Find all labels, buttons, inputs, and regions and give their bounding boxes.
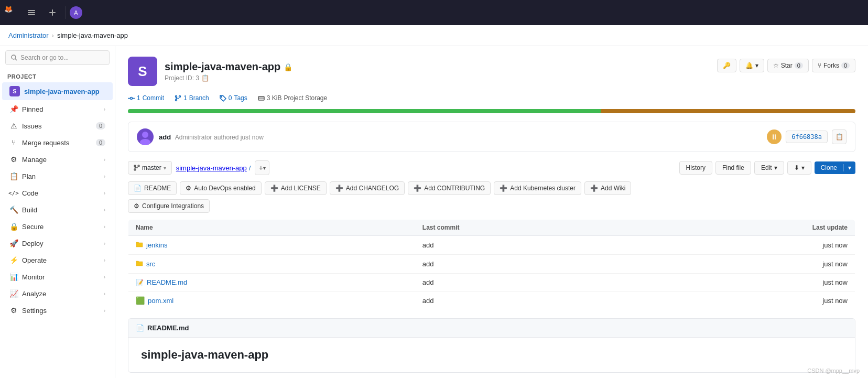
file-readme-link[interactable]: 📝 README.md xyxy=(136,278,408,286)
sidebar-section-label: Project xyxy=(0,69,115,82)
add-kubernetes-button[interactable]: ➕ Add Kubernetes cluster xyxy=(494,181,581,195)
notification-button[interactable]: 🔔 ▾ xyxy=(740,59,764,72)
visibility-icon: 🔒 xyxy=(284,63,292,71)
storage-size: 3 KiB xyxy=(267,94,282,102)
operate-chevron: › xyxy=(104,257,105,263)
new-tab-button[interactable] xyxy=(44,4,61,21)
file-pom-link[interactable]: 🟩 pom.xml xyxy=(136,296,408,305)
secure-icon: 🔒 xyxy=(9,222,18,231)
add-file-button[interactable]: + ▾ xyxy=(255,160,269,175)
sidebar-item-manage[interactable]: ⚙ Manage › xyxy=(2,152,113,167)
add-changelog-button[interactable]: ➕ Add CHANGELOG xyxy=(330,181,405,195)
branch-selector[interactable]: master ▾ xyxy=(128,161,172,175)
sidebar-build-label: Build xyxy=(22,206,100,214)
sidebar-item-settings[interactable]: ⚙ Settings › xyxy=(2,303,113,318)
add-wiki-button[interactable]: ➕ Add Wiki xyxy=(584,181,631,195)
clone-chevron: ▾ xyxy=(843,164,855,171)
sidebar-item-project[interactable]: S simple-java-maven-app xyxy=(2,82,113,100)
add-contributing-label: Add CONTRIBUTING xyxy=(424,185,485,192)
svg-point-20 xyxy=(138,165,139,167)
download-button[interactable]: ⬇ ▾ xyxy=(787,161,811,175)
sidebar-deploy-label: Deploy xyxy=(22,240,100,247)
project-header: S simple-java-maven-app 🔒 Project ID: 3 … xyxy=(128,57,855,86)
sidebar-item-pinned[interactable]: 📌 Pinned › xyxy=(2,101,113,117)
project-header-left: S simple-java-maven-app 🔒 Project ID: 3 … xyxy=(128,57,292,86)
configure-integrations-label: Configure Integrations xyxy=(142,202,204,210)
edit-button[interactable]: Edit ▾ xyxy=(754,161,784,175)
readme-title: simple-java-maven-app xyxy=(141,348,842,362)
user-avatar[interactable]: A xyxy=(70,6,82,19)
project-header-right: 🔑 🔔 ▾ ☆ Star 0 ⑂ Forks 0 xyxy=(717,59,855,72)
sidebar-item-code[interactable]: </> Code › xyxy=(2,185,113,201)
history-button[interactable]: History xyxy=(679,161,712,175)
manage-chevron: › xyxy=(104,157,105,163)
clone-button[interactable]: Clone ▾ xyxy=(815,161,855,174)
project-info: simple-java-maven-app 🔒 Project ID: 3 📋 xyxy=(165,61,292,82)
readme-content: simple-java-maven-app xyxy=(128,338,855,372)
download-chevron: ▾ xyxy=(801,164,805,171)
code-chevron: › xyxy=(104,190,105,196)
action-buttons-row-2: ⚙ Configure Integrations xyxy=(128,199,855,213)
col-header-name: Name xyxy=(128,220,415,236)
commits-stat[interactable]: 1 Commit xyxy=(128,94,164,102)
add-changelog-icon: ➕ xyxy=(335,185,343,192)
main-layout: Search or go to... Project S simple-java… xyxy=(0,46,868,378)
sidebar-item-merge-requests[interactable]: ⑂ Merge requests 0 xyxy=(2,135,113,150)
add-contributing-button[interactable]: ➕ Add CONTRIBUTING xyxy=(408,181,491,195)
commit-info: add Administrator authored just now xyxy=(159,133,264,141)
copy-project-id-icon[interactable]: 📋 xyxy=(201,74,209,82)
commit-pipeline-status[interactable]: ⏸ xyxy=(767,129,782,144)
sidebar-item-operate[interactable]: ⚡ Operate › xyxy=(2,252,113,268)
branches-stat[interactable]: 1 Branch xyxy=(175,94,209,102)
commit-author: Administrator xyxy=(175,134,212,141)
star-button[interactable]: ☆ Star 0 xyxy=(767,59,809,72)
file-jenkins-name: jenkins xyxy=(146,241,167,249)
sidebar-item-analyze[interactable]: 📈 Analyze › xyxy=(2,286,113,301)
readme-button[interactable]: 📄 README xyxy=(128,181,177,195)
file-jenkins-link[interactable]: jenkins xyxy=(136,241,408,250)
add-wiki-label: Add Wiki xyxy=(601,185,625,192)
sidebar-plan-label: Plan xyxy=(22,172,100,180)
add-license-button[interactable]: ➕ Add LICENSE xyxy=(265,181,327,195)
tags-stat[interactable]: 0 Tags xyxy=(220,94,247,102)
auto-devops-label: Auto DevOps enabled xyxy=(194,185,255,192)
file-jenkins-commit: add xyxy=(415,236,638,255)
commit-hash-button[interactable]: 6f66838a xyxy=(786,131,828,143)
svg-rect-1 xyxy=(28,12,35,13)
action-buttons-row: 📄 README ⚙ Auto DevOps enabled ➕ Add LIC… xyxy=(128,181,855,195)
copy-commit-hash-button[interactable]: 📋 xyxy=(832,129,847,144)
sidebar-item-issues[interactable]: ⚠ Issues 0 xyxy=(2,118,113,134)
sidebar-toggle-button[interactable] xyxy=(23,4,40,21)
search-or-goto[interactable]: Search or go to... xyxy=(5,50,110,65)
sidebar-monitor-label: Monitor xyxy=(22,273,100,281)
build-chevron: › xyxy=(104,207,105,213)
sidebar-item-monitor[interactable]: 📊 Monitor › xyxy=(2,269,113,285)
download-icon: ⬇ xyxy=(794,164,799,171)
fork-button[interactable]: ⑂ Forks 0 xyxy=(812,59,855,72)
sidebar-item-secure[interactable]: 🔒 Secure › xyxy=(2,219,113,234)
configure-integrations-button[interactable]: ⚙ Configure Integrations xyxy=(128,199,210,213)
project-avatar: S xyxy=(128,57,157,86)
auto-devops-button[interactable]: ⚙ Auto DevOps enabled xyxy=(180,181,261,195)
sidebar-item-plan[interactable]: 📋 Plan › xyxy=(2,168,113,184)
find-file-button[interactable]: Find file xyxy=(715,161,751,175)
breadcrumb-admin-link[interactable]: Administrator xyxy=(8,31,49,39)
file-table: Name Last commit Last update jenkins xyxy=(128,219,855,310)
file-readme-name: README.md xyxy=(147,278,187,286)
sidebar-secure-label: Secure xyxy=(22,223,100,231)
svg-point-18 xyxy=(134,165,136,167)
main-content: S simple-java-maven-app 🔒 Project ID: 3 … xyxy=(115,46,868,378)
sidebar-issues-label: Issues xyxy=(22,122,92,130)
star-icon: ☆ xyxy=(773,62,779,69)
commit-message: add xyxy=(159,133,171,141)
monitor-icon: 📊 xyxy=(9,273,18,281)
sidebar: Search or go to... Project S simple-java… xyxy=(0,46,115,378)
path-project-link[interactable]: simple-java-maven-app xyxy=(176,164,247,172)
file-src-link[interactable]: src xyxy=(136,260,408,268)
pin-button[interactable]: 🔑 xyxy=(717,59,736,72)
file-src-name: src xyxy=(146,260,155,268)
project-stats: 1 Commit 1 Branch 0 Tags 3 KiB Project S… xyxy=(128,94,855,102)
sidebar-item-deploy[interactable]: 🚀 Deploy › xyxy=(2,235,113,251)
build-icon: 🔨 xyxy=(9,206,18,214)
sidebar-item-build[interactable]: 🔨 Build › xyxy=(2,202,113,218)
